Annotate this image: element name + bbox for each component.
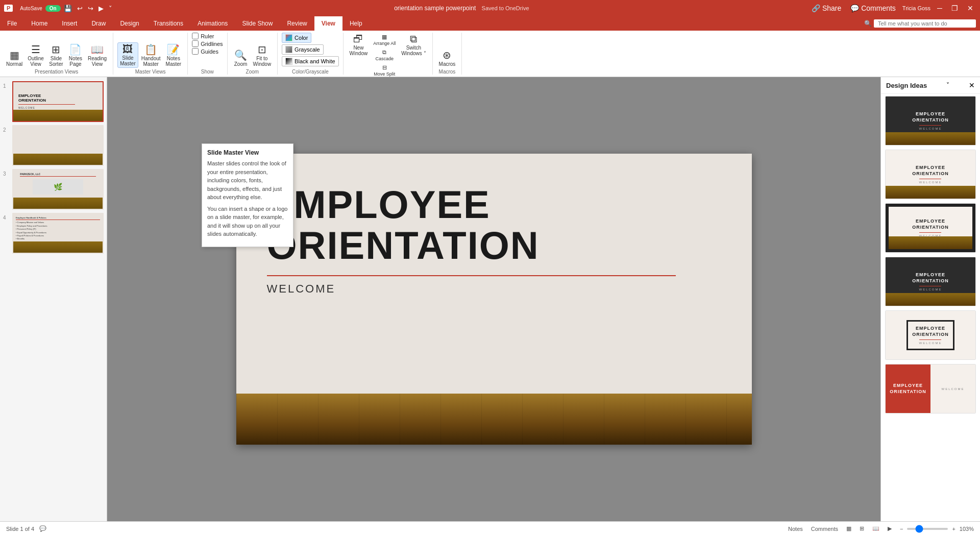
arrange-all-button[interactable]: ▦ Arrange All [372,33,397,47]
dc1-floor [886,132,975,145]
slide-thumb-4[interactable]: 4 Employee Handbook & Policies • Company… [3,213,104,254]
redo-button[interactable]: ↪ [86,4,95,13]
slide-img-4: Employee Handbook & Policies • Company M… [12,213,104,254]
slide-sorter-button[interactable]: ⊞ SlideSorter [47,43,65,68]
dc6-subtitle: WELCOME [934,387,972,391]
color-grayscale-label: Color/Grayscale [292,69,329,75]
presentation-views-buttons: ▦ Normal ☰ OutlineView ⊞ SlideSorter 📄 N… [4,33,109,68]
move-split-button[interactable]: ⊟ Move Split [372,63,397,78]
macros-button[interactable]: ⊛ Macros [437,49,458,68]
thumb1-floor [13,110,103,121]
tab-animations[interactable]: Animations [190,16,235,31]
customize-qat-button[interactable]: ˅ [107,4,114,13]
slideshow-status-button[interactable]: ▶ [886,524,894,533]
color-button[interactable]: Color [282,33,311,43]
guides-checkbox[interactable] [192,48,199,55]
zoom-out-button[interactable]: − [898,525,905,533]
notes-button[interactable]: Notes [786,525,805,533]
reading-status-button[interactable]: 📖 [870,524,881,533]
ruler-checkbox[interactable] [192,33,199,39]
tab-insert[interactable]: Insert [55,16,84,31]
bw-swatch [285,58,292,65]
notes-page-button[interactable]: 📄 NotesPage [66,43,85,68]
grayscale-button[interactable]: Grayscale [282,44,324,55]
slide-master-button[interactable]: 🖼 SlideMaster [117,42,138,68]
switch-windows-button[interactable]: ⧉ SwitchWindows ˅ [399,33,428,57]
design-panel-expand-button[interactable]: ˅ [946,82,949,89]
design-card-5[interactable]: EMPLOYEEORIENTATION WELCOME [885,310,976,360]
save-status: Saved to OneDrive [482,5,529,11]
dc1-subtitle: WELCOME [912,127,949,130]
thumb1-line [18,104,75,105]
design-panel-title: Design Ideas [886,82,927,89]
design-card-6[interactable]: EMPLOYEEORIENTATION WELCOME [885,364,976,414]
normal-view-button[interactable]: ▦ Normal [4,49,24,68]
gridlines-checkbox[interactable] [192,40,199,47]
tab-help[interactable]: Help [342,16,370,31]
comments-status-button[interactable]: Comments [809,525,840,533]
dc3-subtitle: WELCOME [912,234,949,237]
tab-review[interactable]: Review [280,16,314,31]
slide-img-1: EMPLOYEEORIENTATION WELCOME [12,81,104,122]
tab-file[interactable]: File [0,16,24,31]
guides-checkbox-label[interactable]: Guides [192,48,218,55]
autosave-toggle[interactable]: On [45,5,61,12]
normal-status-button[interactable]: ▦ [844,524,853,533]
tab-slide-show[interactable]: Slide Show [235,16,280,31]
ruler-checkbox-label[interactable]: Ruler [192,33,214,39]
zoom-in-button[interactable]: + [950,525,957,533]
tab-home[interactable]: Home [24,16,55,31]
save-button[interactable]: 💾 [62,4,74,13]
arrange-all-icon: ▦ [382,34,387,40]
macros-icon: ⊛ [443,50,451,60]
close-button[interactable]: ✕ [965,3,976,13]
share-button[interactable]: 🔗 Share [809,3,844,13]
tab-design[interactable]: Design [113,16,146,31]
slide-num-1: 1 [3,83,9,89]
black-white-button[interactable]: Black and White [282,56,338,66]
design-card-2[interactable]: EMPLOYEEORIENTATION WELCOME [885,150,976,199]
slide-thumb-2[interactable]: 2 [3,125,104,166]
cascade-button[interactable]: ⧉ Cascade [372,48,397,62]
present-button[interactable]: ▶ [96,4,106,13]
search-input[interactable] [874,19,976,28]
design-panel-header: Design Ideas ˅ ✕ [881,77,980,94]
design-card-1[interactable]: EMPLOYEEORIENTATION WELCOME [885,96,976,145]
gridlines-checkbox-label[interactable]: Gridlines [192,40,223,47]
design-card-inner-1: EMPLOYEEORIENTATION WELCOME [886,96,975,145]
slide-info: Slide 1 of 4 [6,526,34,532]
autosave-label: AutoSave [18,5,44,12]
app-logo: P [4,5,13,12]
notes-master-icon: 📝 [167,44,180,55]
dc6-title-red: EMPLOYEEORIENTATION [890,383,926,395]
notes-master-button[interactable]: 📝 NotesMaster [164,43,184,68]
design-card-inner-4: EMPLOYEEORIENTATION WELCOME [886,257,975,306]
undo-button[interactable]: ↩ [75,4,85,13]
design-card-4[interactable]: EMPLOYEEORIENTATION WELCOME [885,257,976,306]
tab-view[interactable]: View [314,16,342,31]
zoom-button[interactable]: 🔍 Zoom [232,49,250,68]
tab-draw[interactable]: Draw [84,16,113,31]
slide-thumb-3[interactable]: 3 PARKZECK, LLC 🌿 [3,169,104,210]
minimize-button[interactable]: ─ [935,3,945,13]
sorter-status-button[interactable]: ⊞ [857,524,866,533]
dc4-subtitle: WELCOME [912,288,949,291]
design-card-inner-2: EMPLOYEEORIENTATION WELCOME [886,150,975,199]
tab-transitions[interactable]: Transitions [146,16,190,31]
outline-view-button[interactable]: ☰ OutlineView [26,43,46,68]
restore-button[interactable]: ❐ [949,3,961,13]
macros-label: Macros [439,69,456,75]
slide-thumb-1[interactable]: 1 EMPLOYEEORIENTATION WELCOME [3,81,104,122]
zoom-slider[interactable] [907,528,948,530]
handout-master-button[interactable]: 📋 HandoutMaster [139,43,163,68]
new-window-button[interactable]: 🗗 NewWindow [348,33,370,57]
fit-to-window-button[interactable]: ⊡ Fit toWindow [251,43,274,68]
design-panel-close-button[interactable]: ✕ [969,81,975,89]
user-name: Tricia Goss [902,5,930,11]
design-card-3[interactable]: EMPLOYEEORIENTATION WELCOME [885,203,976,253]
comments-button[interactable]: 💬 Comments [848,3,898,13]
slide-master-tooltip: Slide Master View Master slides control … [202,143,293,247]
show-label: Show [201,69,214,75]
switch-windows-icon: ⧉ [410,34,417,44]
reading-view-button[interactable]: 📖 ReadingView [86,43,109,68]
